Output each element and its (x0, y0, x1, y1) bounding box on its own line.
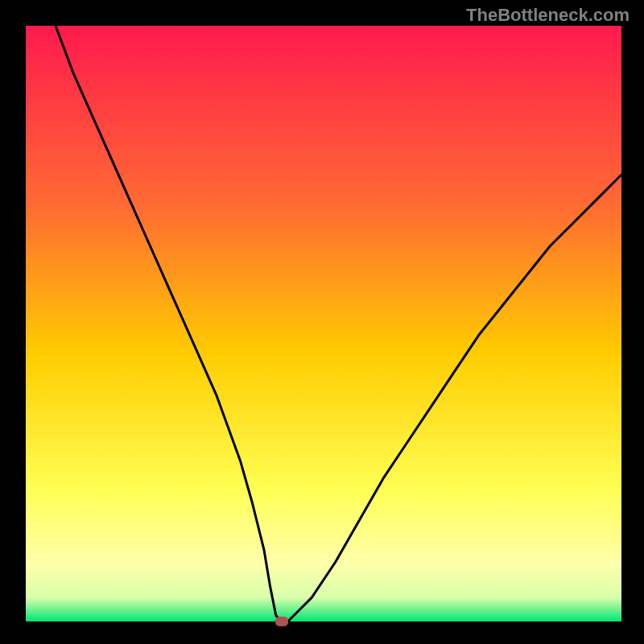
bottleneck-curve (26, 26, 621, 621)
chart-container: TheBottleneck.com (0, 0, 644, 644)
optimal-point-marker (275, 617, 288, 626)
plot-area (26, 26, 621, 621)
watermark-text: TheBottleneck.com (466, 5, 630, 26)
